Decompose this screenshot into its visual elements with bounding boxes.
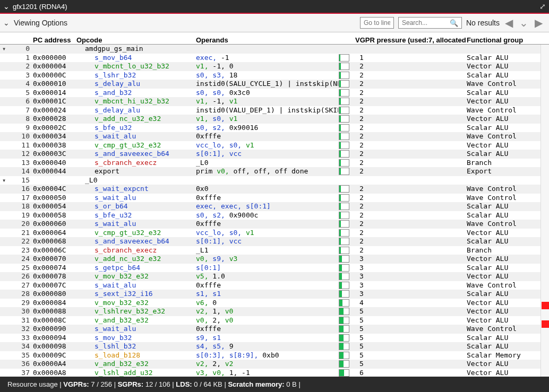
disasm-row[interactable]: 60x00001Cv_mbcnt_hi_u32_b32v1, -1, v12Ve…	[0, 97, 549, 106]
line-number: 9	[14, 124, 32, 133]
disasm-row[interactable]: 290x000084v_mov_b32_e32v6, 04Vector ALU	[0, 299, 549, 308]
header-functional-group[interactable]: Functional group	[466, 36, 540, 44]
disasm-row[interactable]: 260x000078v_mov_b32_e32v5, 1.03Vector AL…	[0, 272, 549, 281]
toolbar: ⌄ Viewing Options 🔍 No results ◀ ⌄ ▶	[0, 14, 549, 32]
vgpr-pressure-value: 5	[354, 342, 466, 351]
disasm-row[interactable]: 340x000098s_lshl_b32s4, s5, 95Scalar ALU	[0, 342, 549, 351]
line-number: 12	[14, 150, 32, 159]
functional-group: Branch	[466, 246, 540, 255]
disasm-row[interactable]: 240x000070v_add_nc_u32_e32v0, s9, v33Vec…	[0, 255, 549, 264]
line-number: 34	[14, 342, 32, 351]
disasm-row[interactable]: 30x00000Cs_lshr_b32s0, s3, 182Scalar ALU	[0, 71, 549, 80]
disasm-row[interactable]: 350x00009Cs_load_b128s[0:3], s[8:9], 0xb…	[0, 351, 549, 360]
opcode: s_load_b128	[75, 351, 195, 360]
vgpr-pressure-value: 2	[354, 159, 466, 168]
opcode: v_and_b32_e32	[75, 360, 195, 369]
disasm-row[interactable]: 330x000094s_mov_b32s9, s15Scalar ALU	[0, 334, 549, 343]
disasm-row[interactable]: 230x00006Cs_cbranch_execz_L12Branch	[0, 246, 549, 255]
next-down-icon[interactable]: ⌄	[518, 16, 529, 29]
vgpr-pressure-value: 2	[354, 89, 466, 98]
functional-group: Scalar ALU	[466, 124, 540, 133]
disasm-row[interactable]: 170x000050s_wait_alu0xfffe2Wave Control	[0, 194, 549, 203]
disasm-row[interactable]: 200x000060s_wait_alu0xfffe2Wave Control	[0, 220, 549, 229]
header-pc[interactable]: PC address	[32, 36, 75, 44]
operands: 0xfffe	[195, 220, 338, 229]
disasm-row[interactable]: 70x000024s_delay_aluinstid0(VALU_DEP_1) …	[0, 106, 549, 115]
functional-group: Wave Control	[466, 80, 540, 89]
functional-group: Wave Control	[466, 220, 540, 229]
opcode: v_mov_b32_e32	[75, 272, 195, 281]
viewing-options-label[interactable]: Viewing Options	[14, 19, 67, 27]
search-input[interactable]	[399, 18, 447, 28]
expand-icon[interactable]: ⤢	[539, 2, 546, 11]
scroll-marker[interactable]	[542, 320, 549, 328]
opcode: s_and_saveexec_b64	[75, 150, 195, 159]
disasm-row[interactable]: 210x000064v_cmp_gt_u32_e32vcc_lo, s0, v1…	[0, 229, 549, 238]
disasm-row[interactable]: 10x000000s_mov_b64exec, -11Scalar ALU	[0, 54, 549, 63]
functional-group: Vector ALU	[466, 307, 540, 316]
disasm-row[interactable]: 120x00003Cs_and_saveexec_b64s[0:1], vcc2…	[0, 150, 549, 159]
opcode: s_lshr_b32	[75, 71, 195, 80]
disasm-row[interactable]: 360x0000A4v_and_b32_e32v2, 2, v25Vector …	[0, 360, 549, 369]
disasm-row[interactable]: 140x000044exportprim v0, off, off, off d…	[0, 167, 549, 176]
next-result-icon[interactable]: ▶	[534, 16, 544, 29]
vgpr-bar	[338, 343, 354, 350]
operands: v2, 1, v0	[195, 307, 338, 316]
search-box[interactable]: 🔍	[398, 17, 462, 29]
line-number: 6	[14, 97, 32, 106]
status-bar: Resource usage | VGPRs: 7 / 256 | SGPRs:…	[0, 377, 549, 392]
disasm-row[interactable]: 160x00004Cs_wait_expcnt0x02Wave Control	[0, 185, 549, 194]
functional-group: Vector ALU	[466, 369, 540, 377]
disasm-row[interactable]: ▾15_L0	[0, 176, 549, 185]
disasm-row[interactable]: 50x000014s_and_b32s0, s0, 0x3c02Scalar A…	[0, 89, 549, 98]
vgpr-bar	[338, 369, 354, 377]
prev-result-icon[interactable]: ◀	[504, 16, 514, 29]
chevron-down-icon[interactable]: ⌄	[3, 2, 10, 11]
header-opcode[interactable]: Opcode	[75, 36, 195, 44]
scroll-indicator-track[interactable]	[541, 45, 549, 377]
status-lds-label: LDS:	[176, 380, 192, 388]
disasm-row[interactable]: 320x000090s_wait_alu0xfffe5Wave Control	[0, 325, 549, 334]
operands: prim v0, off, off, off done	[195, 167, 338, 176]
header-operands[interactable]: Operands	[195, 36, 338, 44]
operands: v0, 2, v0	[195, 316, 338, 325]
goto-line-input[interactable]	[360, 17, 394, 29]
functional-group: Vector ALU	[466, 141, 540, 150]
disasm-row[interactable]: 220x000068s_and_saveexec_b64s[0:1], vcc2…	[0, 237, 549, 246]
disasm-row[interactable]: 130x000040s_cbranch_execz_L02Branch	[0, 159, 549, 168]
disasm-row[interactable]: 280x000080s_sext_i32_i16s1, s13Scalar AL…	[0, 290, 549, 299]
disasm-row[interactable]: 110x000038v_cmp_gt_u32_e32vcc_lo, s0, v1…	[0, 141, 549, 150]
pc-address: 0x000058	[32, 211, 75, 220]
disasm-row[interactable]: ▾0amdgpu_gs_main	[0, 45, 549, 54]
disasm-row[interactable]: 100x000034s_wait_alu0xfffe2Wave Control	[0, 132, 549, 141]
status-scratch-label: Scratch memory:	[228, 380, 284, 388]
search-icon[interactable]: 🔍	[447, 19, 461, 27]
disasm-row[interactable]: 90x00002Cs_bfe_u32s0, s2, 0x900162Scalar…	[0, 124, 549, 133]
disasm-row[interactable]: 370x0000A8v_lshl_add_u32v3, v0, 1, -16Ve…	[0, 369, 549, 377]
functional-group: Scalar ALU	[466, 334, 540, 343]
line-number: 25	[14, 264, 32, 273]
disasm-row[interactable]: 300x000088v_lshlrev_b32_e32v2, 1, v05Vec…	[0, 307, 549, 316]
functional-group: Scalar ALU	[466, 54, 540, 63]
opcode: s_bfe_u32	[75, 124, 195, 133]
chevron-down-icon[interactable]: ⌄	[3, 19, 10, 27]
header-vgpr-pressure[interactable]: VGPR pressure (used:7, allocated:12/256)	[354, 36, 466, 44]
disasm-row[interactable]: 250x000074s_getpc_b64s[0:1]3Scalar ALU	[0, 264, 549, 273]
scroll-marker[interactable]	[542, 302, 549, 309]
expand-triangle-icon[interactable]: ▾	[0, 176, 14, 185]
opcode: v_and_b32_e32	[75, 316, 195, 325]
disasm-row[interactable]: 180x000054s_or_b64exec, exec, s[0:1]2Sca…	[0, 202, 549, 211]
disasm-row[interactable]: 190x000058s_bfe_u32s0, s2, 0x9000c2Scala…	[0, 211, 549, 220]
vgpr-bar	[338, 264, 354, 272]
disasm-row[interactable]: 80x000028v_add_nc_u32_e32v1, s0, v12Vect…	[0, 115, 549, 124]
disasm-row[interactable]: 270x00007Cs_wait_alu0xfffe3Wave Control	[0, 281, 549, 290]
disasm-row[interactable]: 40x000010s_delay_aluinstid0(SALU_CYCLE_1…	[0, 80, 549, 89]
disasm-row[interactable]: 310x00008Cv_and_b32_e32v0, 2, v05Vector …	[0, 316, 549, 325]
expand-triangle-icon[interactable]: ▾	[0, 45, 14, 54]
disasm-row[interactable]: 20x000004v_mbcnt_lo_u32_b32v1, -1, 02Vec…	[0, 62, 549, 71]
opcode: v_add_nc_u32_e32	[75, 115, 195, 124]
functional-group: Vector ALU	[466, 360, 540, 369]
pc-address: 0x000084	[32, 299, 75, 308]
disassembly-body[interactable]: ▾0amdgpu_gs_main10x000000s_mov_b64exec, …	[0, 45, 549, 377]
opcode: v_mbcnt_hi_u32_b32	[75, 97, 195, 106]
